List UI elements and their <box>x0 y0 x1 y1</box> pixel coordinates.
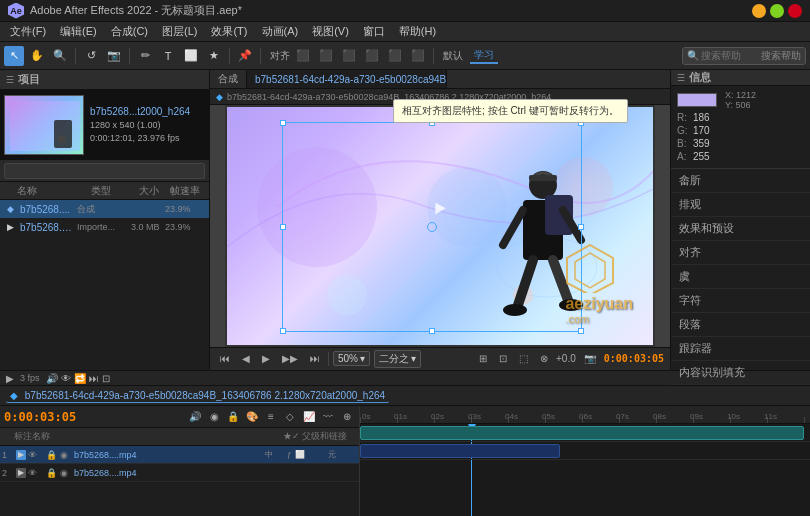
tl-btn-motion[interactable]: 〰 <box>320 409 336 425</box>
resolution-dropdown[interactable]: 二分之 ▾ <box>374 350 421 368</box>
nav-brushstroke[interactable]: 畲肵 <box>671 169 810 193</box>
zoom-dropdown[interactable]: 50% ▾ <box>333 351 370 366</box>
tl-btn-lock[interactable]: 🔒 <box>225 409 241 425</box>
tl-timecode[interactable]: 0:00:03:05 <box>4 410 76 424</box>
tl-btn-keyframe[interactable]: ◇ <box>282 409 298 425</box>
layer-solo-1[interactable]: ◉ <box>60 468 72 478</box>
sep-5 <box>433 48 434 64</box>
align-center-h[interactable]: ⬛ <box>316 46 336 66</box>
align-left[interactable]: ⬛ <box>293 46 313 66</box>
ctrl-beginning[interactable]: ⏮ <box>216 352 234 365</box>
bb-skip[interactable]: ⏭ <box>89 373 99 384</box>
menu-view[interactable]: 视图(V) <box>306 22 355 41</box>
align-bottom[interactable]: ⬛ <box>408 46 428 66</box>
item-icon-0: ◆ <box>4 203 16 215</box>
tool-pen[interactable]: ✏ <box>135 46 155 66</box>
ctrl-snapshot[interactable]: 📷 <box>580 352 600 365</box>
handle-bl[interactable] <box>280 328 286 334</box>
tool-puppet[interactable]: 📌 <box>235 46 255 66</box>
menu-animation[interactable]: 动画(A) <box>256 22 305 41</box>
comp-name-bar: ◆ b7b52681-64cd-429a-a730-e5b0028ca94B_1… <box>210 89 670 104</box>
tl-btn-adjust[interactable]: ⊕ <box>339 409 355 425</box>
mark-4: 04s <box>505 412 518 421</box>
layer-3d-0[interactable]: ⬜ <box>295 450 305 459</box>
clip-1[interactable] <box>360 444 560 458</box>
align-center-v[interactable]: ⬛ <box>385 46 405 66</box>
info-panel-menu[interactable]: ☰ <box>677 73 685 83</box>
layer-lock-1[interactable]: 🔒 <box>46 468 58 478</box>
nav-paragraph[interactable]: 段落 <box>671 313 810 337</box>
tl-btn-color[interactable]: 🎨 <box>244 409 260 425</box>
viewer-tab-composition[interactable]: 合成 <box>210 70 247 89</box>
tool-hand[interactable]: ✋ <box>27 46 47 66</box>
nav-character[interactable]: 字符 <box>671 289 810 313</box>
tl-btn-solo[interactable]: ◉ <box>206 409 222 425</box>
menu-composition[interactable]: 合成(C) <box>105 22 154 41</box>
align-right[interactable]: ⬛ <box>339 46 359 66</box>
panel-menu-icon[interactable]: ☰ <box>6 75 14 85</box>
ctrl-play[interactable]: ▶ <box>258 352 274 365</box>
tool-text[interactable]: T <box>158 46 178 66</box>
layer-eye-1[interactable]: 👁 <box>28 468 44 478</box>
handle-tl[interactable] <box>280 120 286 126</box>
clip-0[interactable] <box>360 426 804 440</box>
menu-edit[interactable]: 编辑(E) <box>54 22 103 41</box>
tool-shape-rect[interactable]: ⬜ <box>181 46 201 66</box>
bb-preview-video[interactable]: 👁 <box>61 373 71 384</box>
tl-btn-collapse[interactable]: ≡ <box>263 409 279 425</box>
align-top[interactable]: ⬛ <box>362 46 382 66</box>
project-item-0[interactable]: ◆ b7b5268.... 合成 23.9% <box>0 200 209 218</box>
tab-label-main: b7b52681-64cd-429a-a730-e5b0028ca94B_1 <box>255 74 447 85</box>
viewer-tab-main[interactable]: b7b52681-64cd-429a-a730-e5b0028ca94B_1 ✕ <box>247 70 447 89</box>
tl-layer-0[interactable]: 1 ▶ 👁 🔒 ◉ b7b5268....mp4 中 ƒ ⬜ 元 <box>0 446 359 464</box>
nav-align[interactable]: 对齐 <box>671 241 810 265</box>
tl-btn-graph[interactable]: 📈 <box>301 409 317 425</box>
item-icon-1: ▶ <box>4 221 16 233</box>
timeline-tab[interactable]: ◆ b7b52681-64cd-429a-a730-e5b0028ca94B_1… <box>6 389 389 403</box>
menu-window[interactable]: 窗口 <box>357 22 391 41</box>
nav-effects-presets[interactable]: 效果和预设 <box>671 217 810 241</box>
ctrl-safe-zones[interactable]: ⊡ <box>495 352 511 365</box>
tool-shape-star[interactable]: ★ <box>204 46 224 66</box>
tool-zoom[interactable]: 🔍 <box>50 46 70 66</box>
handle-bm[interactable] <box>429 328 435 334</box>
bb-resolution-render[interactable]: ⊡ <box>102 373 110 384</box>
layer-lock-0[interactable]: 🔒 <box>46 450 58 460</box>
layer-solo-0[interactable]: ◉ <box>60 450 72 460</box>
menu-file[interactable]: 文件(F) <box>4 22 52 41</box>
menu-layer[interactable]: 图层(L) <box>156 22 203 41</box>
tl-layer-1[interactable]: 2 ▶ 👁 🔒 ◉ b7b5268....mp4 <box>0 464 359 482</box>
ctrl-mask[interactable]: ⬚ <box>515 352 532 365</box>
workspace-default[interactable]: 默认 <box>439 49 467 63</box>
project-search-input[interactable] <box>4 163 205 179</box>
maximize-button[interactable] <box>770 4 784 18</box>
timeline-right: 0s 01s 02s 03s 04s 05s 06s 07s 08s 09s <box>360 406 810 516</box>
ctrl-3d[interactable]: ⊗ <box>536 352 552 365</box>
layer-eye-0[interactable]: 👁 <box>28 450 44 460</box>
timeline-content: 0:00:03:05 🔊 ◉ 🔒 🎨 ≡ ◇ 📈 〰 ⊕ 标注名称 ★✓ 父级和… <box>0 406 810 516</box>
tl-btn-speaker[interactable]: 🔊 <box>187 409 203 425</box>
ctrl-next-frame[interactable]: ▶▶ <box>278 352 302 365</box>
ctrl-grid[interactable]: ⊞ <box>475 352 491 365</box>
ctrl-prev-frame[interactable]: ◀ <box>238 352 254 365</box>
svg-point-8 <box>503 304 527 316</box>
nav-char-panel[interactable]: 虞 <box>671 265 810 289</box>
ctrl-end[interactable]: ⏭ <box>306 352 324 365</box>
menu-effects[interactable]: 效果(T) <box>205 22 253 41</box>
tool-camera[interactable]: 📷 <box>104 46 124 66</box>
bb-preview-audio[interactable]: 🔊 <box>46 373 58 384</box>
bb-play-comp[interactable]: ▶ <box>6 373 14 384</box>
search-input[interactable] <box>701 50 761 61</box>
bb-loop[interactable]: 🔁 <box>74 373 86 384</box>
tool-select[interactable]: ↖ <box>4 46 24 66</box>
tool-rotate[interactable]: ↺ <box>81 46 101 66</box>
project-item-1[interactable]: ▶ b7b5268....mp4 Importe... 3.0 MB 23.9% <box>0 218 209 236</box>
comp-canvas[interactable]: aeziyuan .com <box>210 105 670 347</box>
search-bar[interactable]: 🔍 搜索帮助 <box>682 47 806 65</box>
close-button[interactable] <box>788 4 802 18</box>
workspace-learn[interactable]: 学习 <box>470 48 498 64</box>
nav-preview[interactable]: 排观 <box>671 193 810 217</box>
nav-tracker[interactable]: 跟踪器 <box>671 337 810 361</box>
minimize-button[interactable] <box>752 4 766 18</box>
menu-help[interactable]: 帮助(H) <box>393 22 442 41</box>
